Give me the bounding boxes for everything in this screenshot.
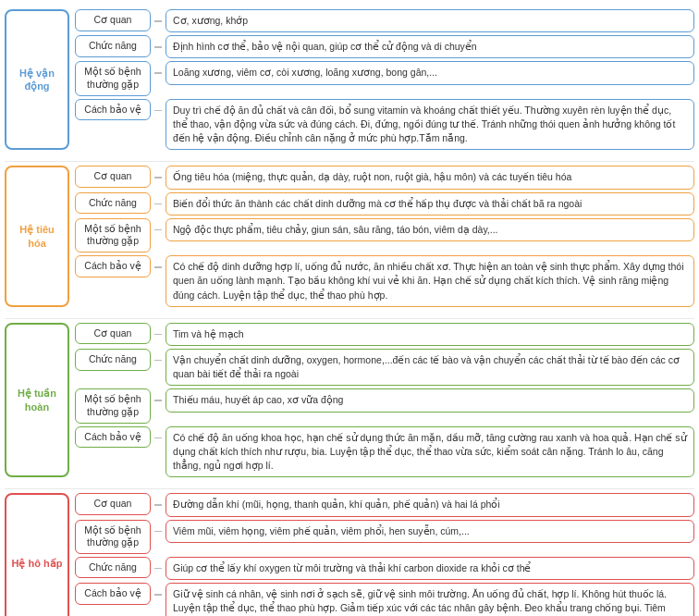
content-box-van-dong-3: Duy trì chế độ ăn đủ chất và cân đối, bổ… (166, 99, 694, 151)
branch-label-tieu-hoa-0: Cơ quan (75, 166, 151, 188)
branch-row-tuan-hoan-3: Cách bảo vệCó chế độ ăn uống khoa học, h… (75, 426, 694, 478)
content-box-van-dong-2: Loãng xương, viêm cơ, còi xương, loãng x… (166, 61, 694, 84)
central-node-tuan-hoan: Hệ tuần hoàn (5, 323, 69, 478)
connector-tieu-hoa-0 (154, 177, 162, 179)
content-box-ho-hap-2: Giúp cơ thể lấy khí oxygen từ môi trường… (166, 557, 694, 580)
branches-tieu-hoa: Cơ quanỐng tiêu hóa (miệng, thực quản, d… (75, 166, 694, 306)
content-box-tieu-hoa-1: Biến đổi thức ăn thành các chất dinh dưỡ… (166, 192, 694, 216)
branch-label-ho-hap-2: Chức năng (75, 557, 151, 579)
content-box-tuan-hoan-0: Tim và hệ mạch (166, 323, 694, 346)
connector-tuan-hoan-0 (154, 334, 162, 336)
branch-row-ho-hap-1: Một số bệnh thường gặpViêm mũi, viêm họn… (75, 520, 694, 554)
content-box-tieu-hoa-2: Ngộ độc thực phẩm, tiêu chảy, giun sán, … (166, 218, 694, 241)
branch-row-tieu-hoa-3: Cách bảo vệCó chế độ dinh dưỡng hợp lí, … (75, 255, 694, 307)
branch-row-tuan-hoan-2: Một số bệnh thường gặpThiếu máu, huyết á… (75, 388, 694, 423)
connector-tieu-hoa-3 (154, 266, 162, 268)
connector-ho-hap-0 (154, 504, 162, 506)
branch-label-ho-hap-0: Cơ quan (75, 493, 151, 515)
content-box-van-dong-1: Định hình cơ thể, bảo vệ nội quan, giúp … (166, 35, 694, 58)
connector-tuan-hoan-2 (154, 400, 162, 401)
branch-label-tieu-hoa-1: Chức năng (75, 192, 151, 215)
content-box-ho-hap-0: Đường dẫn khí (mũi, họng, thanh quản, kh… (166, 493, 694, 516)
branch-label-van-dong-2: Một số bệnh thường gặp (75, 61, 151, 95)
branch-row-van-dong-3: Cách bảo vệDuy trì chế độ ăn đủ chất và … (75, 99, 694, 151)
content-box-tuan-hoan-1: Vận chuyển chất dinh dưỡng, oxygen, horm… (166, 349, 694, 386)
branch-label-tuan-hoan-3: Cách bảo vệ (75, 426, 151, 449)
branch-label-van-dong-0: Cơ quan (75, 9, 151, 31)
mind-map: Hệ vận độngCơ quanCơ, xương, khớpChức nă… (0, 0, 699, 616)
connector-ho-hap-3 (154, 594, 162, 596)
content-box-tieu-hoa-3: Có chế độ dinh dưỡng hợp lí, uống đủ nướ… (166, 255, 694, 307)
connector-van-dong-3 (154, 110, 162, 112)
branch-row-van-dong-1: Chức năngĐịnh hình cơ thể, bảo vệ nội qu… (75, 35, 694, 58)
branch-row-tieu-hoa-2: Một số bệnh thường gặpNgộ độc thực phẩm,… (75, 218, 694, 253)
connector-tieu-hoa-1 (154, 203, 162, 205)
content-box-tuan-hoan-3: Có chế độ ăn uống khoa học, hạn chế sử d… (166, 426, 694, 478)
connector-van-dong-1 (154, 46, 162, 48)
branch-row-ho-hap-3: Cách bảo vệGiữ vệ sinh cá nhân, vệ sinh … (75, 583, 694, 616)
branch-row-van-dong-2: Một số bệnh thường gặpLoãng xương, viêm … (75, 61, 694, 95)
branch-row-tuan-hoan-0: Cơ quanTim và hệ mạch (75, 323, 694, 346)
branch-label-ho-hap-1: Một số bệnh thường gặp (75, 520, 151, 554)
section-van-dong: Hệ vận độngCơ quanCơ, xương, khớpChức nă… (5, 9, 694, 150)
branch-label-tieu-hoa-3: Cách bảo vệ (75, 255, 151, 277)
branch-label-tuan-hoan-0: Cơ quan (75, 323, 151, 345)
connector-tieu-hoa-2 (154, 229, 162, 231)
content-box-tuan-hoan-2: Thiếu máu, huyết áp cao, xơ vữa động (166, 388, 694, 412)
central-node-ho-hap: Hệ hô hấp (5, 493, 69, 616)
connector-ho-hap-1 (154, 531, 162, 533)
branch-row-ho-hap-2: Chức năngGiúp cơ thể lấy khí oxygen từ m… (75, 557, 694, 580)
branch-row-tuan-hoan-1: Chức năngVận chuyển chất dinh dưỡng, oxy… (75, 349, 694, 386)
branches-tuan-hoan: Cơ quanTim và hệ mạchChức năngVận chuyển… (75, 323, 694, 478)
branch-label-van-dong-1: Chức năng (75, 35, 151, 57)
branch-row-tieu-hoa-1: Chức năngBiến đổi thức ăn thành các chất… (75, 192, 694, 216)
branch-row-van-dong-0: Cơ quanCơ, xương, khớp (75, 9, 694, 32)
content-box-ho-hap-3: Giữ vệ sinh cá nhân, vệ sinh nơi ở sạch … (166, 583, 694, 616)
branch-label-tuan-hoan-2: Một số bệnh thường gặp (75, 388, 151, 423)
content-box-van-dong-0: Cơ, xương, khớp (166, 9, 694, 32)
content-box-ho-hap-1: Viêm mũi, viêm họng, viêm phế quản, viêm… (166, 520, 694, 543)
branch-row-tieu-hoa-0: Cơ quanỐng tiêu hóa (miệng, thực quản, d… (75, 166, 694, 189)
connector-tuan-hoan-1 (154, 360, 162, 362)
branch-row-ho-hap-0: Cơ quanĐường dẫn khí (mũi, họng, thanh q… (75, 493, 694, 516)
central-node-tieu-hoa: Hệ tiêu hóa (5, 166, 69, 306)
section-tuan-hoan: Hệ tuần hoànCơ quanTim và hệ mạchChức nă… (5, 323, 694, 478)
content-box-tieu-hoa-0: Ống tiêu hóa (miệng, thực quản, dạ dày, … (166, 166, 694, 189)
branches-ho-hap: Cơ quanĐường dẫn khí (mũi, họng, thanh q… (75, 493, 694, 616)
branch-label-tieu-hoa-2: Một số bệnh thường gặp (75, 218, 151, 253)
section-tieu-hoa: Hệ tiêu hóaCơ quanỐng tiêu hóa (miệng, t… (5, 166, 694, 306)
central-node-van-dong: Hệ vận động (5, 9, 69, 150)
connector-van-dong-2 (154, 72, 162, 74)
branches-van-dong: Cơ quanCơ, xương, khớpChức năngĐịnh hình… (75, 9, 694, 150)
branch-label-van-dong-3: Cách bảo vệ (75, 99, 151, 121)
connector-ho-hap-2 (154, 568, 162, 570)
connector-tuan-hoan-3 (154, 437, 162, 439)
connector-van-dong-0 (154, 20, 162, 22)
branch-label-ho-hap-3: Cách bảo vệ (75, 583, 151, 605)
section-ho-hap: Hệ hô hấpCơ quanĐường dẫn khí (mũi, họng… (5, 493, 694, 616)
branch-label-tuan-hoan-1: Chức năng (75, 349, 151, 371)
